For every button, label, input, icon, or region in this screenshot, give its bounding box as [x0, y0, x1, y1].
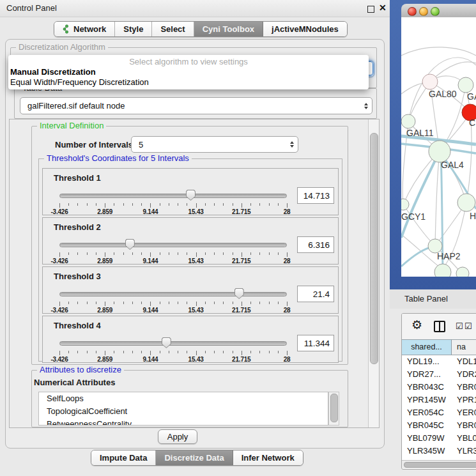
tab-label: jActiveMNodules — [272, 24, 339, 34]
table-row[interactable]: YBL079WYBL0 — [402, 432, 476, 445]
table-cell: YBL0 — [452, 432, 476, 445]
checkbox-icon[interactable]: ☑ — [464, 321, 472, 331]
algorithm-option-equal-width-frequency-discretization[interactable]: Equal Width/Frequency Discretization — [8, 77, 369, 88]
table-row[interactable]: YDR27...YDR2 — [402, 368, 476, 381]
application-window: Control Panel ✕ NetworkStyleSelectCyni T… — [0, 0, 476, 476]
slider-thumb[interactable] — [162, 337, 171, 348]
apply-button[interactable]: Apply — [158, 429, 197, 444]
attribute-item-selfloops[interactable]: SelfLoops — [39, 392, 328, 405]
tick-mark — [68, 302, 69, 304]
attribute-item-topologicalcoefficient[interactable]: TopologicalCoefficient — [39, 405, 328, 418]
vertical-scrollbar[interactable] — [368, 119, 379, 427]
tick-mark — [141, 203, 142, 206]
tab-select[interactable]: Select — [152, 22, 194, 36]
table-cell: YPR1 — [452, 394, 476, 406]
threshold-value-input[interactable] — [297, 286, 334, 302]
tab-jactivemnodules[interactable]: jActiveMNodules — [263, 22, 347, 36]
table-row[interactable]: YPR145WYPR1 — [402, 394, 476, 406]
tick-mark — [105, 203, 105, 208]
zoom-traffic-light-icon[interactable] — [431, 7, 440, 16]
table-cell: YBR0 — [452, 381, 476, 394]
threshold-value-input[interactable] — [297, 236, 334, 253]
table-toolbar: ⚙ ☑ ☑ — [402, 314, 476, 339]
column-header-na[interactable]: na — [452, 339, 476, 355]
threshold-value-input[interactable] — [297, 187, 334, 204]
network-node[interactable] — [456, 267, 469, 277]
table-row[interactable]: YDL19...YDL1 — [402, 355, 476, 368]
tick-mark — [287, 351, 288, 355]
control-panel-titlebar: Control Panel ✕ — [0, 0, 391, 17]
table-row[interactable]: YBR043CYBR0 — [402, 381, 476, 394]
network-node-gal80[interactable] — [422, 74, 438, 89]
float-window-icon[interactable] — [367, 6, 374, 13]
horizontal-scrollbar[interactable] — [402, 460, 476, 468]
table-cell: YPR145W — [402, 394, 452, 406]
threshold-label: Threshold 4 — [54, 321, 101, 330]
section-label: Threshold's Coordinates for 5 Intervals — [44, 153, 192, 163]
threshold-panel-4: Threshold 4-3.4262.8599.14415.4321.71528 — [42, 316, 339, 363]
tick-mark — [223, 203, 224, 206]
tick-label: 15.43 — [182, 208, 210, 215]
slider-track[interactable] — [59, 243, 287, 247]
slider-track[interactable] — [59, 292, 287, 296]
slider-thumb[interactable] — [125, 239, 135, 250]
network-node-ga[interactable] — [458, 77, 473, 93]
minimize-traffic-light-icon[interactable] — [419, 7, 428, 16]
scrollbar-thumb[interactable] — [370, 133, 378, 364]
tab-impute-data[interactable]: Impute Data — [91, 450, 156, 465]
scrollbar-thumb[interactable] — [404, 462, 476, 468]
tick-mark — [105, 351, 105, 355]
threshold-slider[interactable]: -3.4262.8599.14415.4321.71528 — [59, 188, 287, 213]
scrollbar-thumb[interactable] — [330, 394, 338, 422]
tab-style[interactable]: Style — [115, 22, 152, 36]
tick-mark — [187, 203, 187, 206]
network-window-titlebar[interactable] — [401, 4, 476, 18]
table-data-combobox[interactable]: galFiltered.sif default node — [20, 97, 372, 114]
close-traffic-light-icon[interactable] — [408, 7, 417, 16]
network-node-gal11[interactable] — [401, 114, 415, 128]
gear-icon[interactable]: ⚙ — [411, 319, 422, 332]
network-node-h[interactable] — [457, 194, 475, 211]
column-header-shared[interactable]: shared... — [402, 339, 452, 355]
table-row[interactable]: YER054CYER0 — [402, 406, 476, 419]
list-scrollbar[interactable] — [328, 392, 339, 426]
tab-network[interactable]: Network — [54, 22, 115, 36]
tick-mark — [87, 351, 88, 353]
column-layout-icon[interactable] — [434, 321, 445, 332]
table-cell: YER0 — [452, 406, 476, 419]
tab-infer-network[interactable]: Infer Network — [233, 450, 303, 465]
network-window: GAL80GACGAL11GAL4GCY1HHAP2 — [401, 4, 476, 277]
threshold-value-input[interactable] — [297, 335, 334, 351]
tick-label: 15.43 — [182, 307, 210, 314]
network-node-gcy1[interactable] — [401, 199, 409, 210]
tab-cyni-toolbox[interactable]: Cyni Toolbox — [194, 22, 263, 36]
algorithm-option-manual-discretization[interactable]: Manual Discretization — [8, 67, 369, 77]
node-label-gal11: GAL11 — [406, 128, 434, 138]
close-icon[interactable]: ✕ — [379, 3, 387, 13]
tab-discretize-data[interactable]: Discretize Data — [156, 450, 233, 465]
attribute-item-betweennesscentrality[interactable]: BetweennessCentrality — [39, 418, 328, 426]
table-row[interactable]: YBR045CYBR0 — [402, 419, 476, 432]
slider-track[interactable] — [59, 341, 287, 346]
network-node-gal4[interactable] — [429, 141, 450, 162]
network-node[interactable] — [434, 264, 451, 277]
number-of-intervals-combobox[interactable]: 5 — [131, 136, 298, 153]
combobox-value: 5 — [132, 140, 143, 150]
combobox-stepper-icon[interactable] — [286, 137, 298, 152]
attributes-list[interactable]: SelfLoopsTopologicalCoefficientBetweenne… — [38, 392, 328, 426]
node-label-gcy1: GCY1 — [401, 211, 426, 222]
table-cell: YDR2 — [452, 368, 476, 381]
network-canvas[interactable]: GAL80GACGAL11GAL4GCY1HHAP2 — [401, 17, 476, 277]
threshold-label: Threshold 2 — [54, 222, 101, 232]
tick-mark — [223, 302, 224, 304]
table-row[interactable]: YLR345WYLR3 — [402, 445, 476, 457]
slider-thumb[interactable] — [234, 288, 244, 299]
checkbox-icon[interactable]: ☑ — [456, 321, 463, 331]
slider-track[interactable] — [59, 194, 287, 198]
threshold-slider[interactable]: -3.4262.8599.14415.4321.71528 — [59, 286, 287, 312]
interval-definition-section: Interval Definition Number of Intervals … — [31, 126, 348, 365]
threshold-slider[interactable]: -3.4262.8599.14415.4321.71528 — [59, 237, 287, 263]
threshold-slider[interactable]: -3.4262.8599.14415.4321.71528 — [59, 335, 287, 361]
slider-thumb[interactable] — [186, 190, 196, 201]
combobox-stepper-icon[interactable] — [360, 98, 372, 114]
